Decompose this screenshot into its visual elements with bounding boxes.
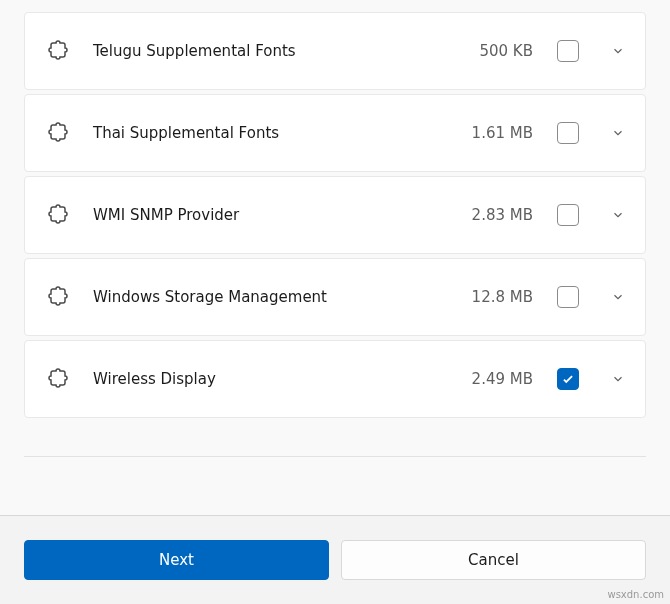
chevron-down-icon[interactable]: [611, 372, 625, 386]
chevron-down-icon[interactable]: [611, 290, 625, 304]
cancel-button[interactable]: Cancel: [341, 540, 646, 580]
feature-checkbox[interactable]: [557, 204, 579, 226]
feature-name: Wireless Display: [93, 370, 448, 388]
feature-checkbox[interactable]: [557, 40, 579, 62]
feature-checkbox[interactable]: [557, 122, 579, 144]
feature-size: 12.8 MB: [472, 288, 533, 306]
feature-size: 2.83 MB: [472, 206, 533, 224]
feature-item[interactable]: Windows Storage Management 12.8 MB: [24, 258, 646, 336]
feature-name: Telugu Supplemental Fonts: [93, 42, 455, 60]
feature-checkbox[interactable]: [557, 368, 579, 390]
feature-list: Telugu Supplemental Fonts 500 KB Thai Su…: [0, 0, 670, 446]
chevron-down-icon[interactable]: [611, 44, 625, 58]
chevron-down-icon[interactable]: [611, 126, 625, 140]
chevron-down-icon[interactable]: [611, 208, 625, 222]
footer: Next Cancel: [0, 515, 670, 604]
feature-size: 2.49 MB: [472, 370, 533, 388]
feature-size: 1.61 MB: [472, 124, 533, 142]
divider: [24, 456, 646, 457]
feature-checkbox[interactable]: [557, 286, 579, 308]
puzzle-icon: [45, 119, 69, 147]
feature-name: Windows Storage Management: [93, 288, 448, 306]
feature-item[interactable]: Telugu Supplemental Fonts 500 KB: [24, 12, 646, 90]
feature-item[interactable]: Thai Supplemental Fonts 1.61 MB: [24, 94, 646, 172]
feature-size: 500 KB: [479, 42, 533, 60]
feature-name: Thai Supplemental Fonts: [93, 124, 448, 142]
next-button[interactable]: Next: [24, 540, 329, 580]
puzzle-icon: [45, 201, 69, 229]
puzzle-icon: [45, 37, 69, 65]
feature-item[interactable]: WMI SNMP Provider 2.83 MB: [24, 176, 646, 254]
watermark: wsxdn.com: [607, 589, 664, 600]
feature-name: WMI SNMP Provider: [93, 206, 448, 224]
puzzle-icon: [45, 365, 69, 393]
puzzle-icon: [45, 283, 69, 311]
feature-item[interactable]: Wireless Display 2.49 MB: [24, 340, 646, 418]
